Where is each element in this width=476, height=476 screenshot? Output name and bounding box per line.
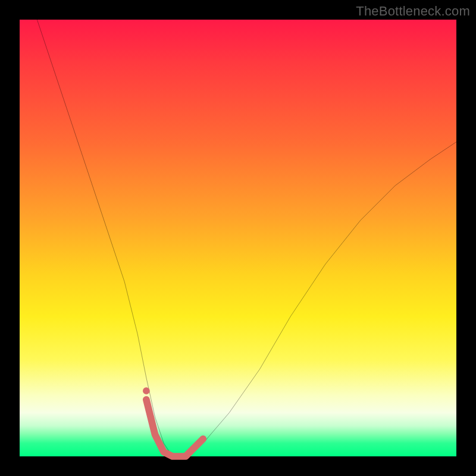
highlight-dot [143,387,150,394]
watermark-text: TheBottleneck.com [356,4,470,19]
chart-frame: TheBottleneck.com [0,0,476,476]
chart-svg [20,20,456,456]
highlight-band [146,400,203,456]
bottleneck-curve [37,20,456,456]
